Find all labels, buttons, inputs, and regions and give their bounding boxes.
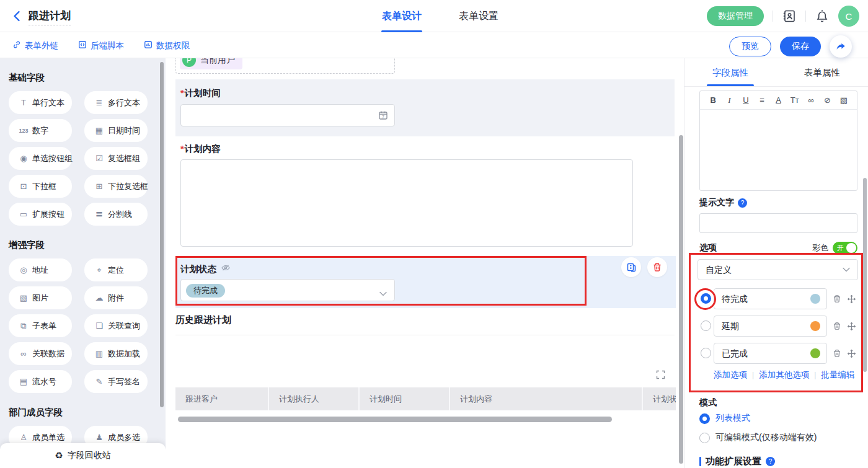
field-item-radio-group[interactable]: ◉单选按钮组 <box>9 147 72 170</box>
align-icon[interactable]: ≡ <box>754 95 770 105</box>
current-user-field[interactable]: P 当前用户 <box>175 58 395 74</box>
column-header: 跟进客户 <box>175 387 269 410</box>
field-item-related-data[interactable]: ∞关联数据 <box>9 342 72 365</box>
option-color-dot[interactable] <box>810 348 820 358</box>
option-source-select[interactable]: 自定义 <box>698 259 858 280</box>
field-item-serial-number[interactable]: ▤流水号 <box>9 370 72 393</box>
option-input[interactable]: 延期 <box>714 316 827 337</box>
data-manage-button[interactable]: 数据管理 <box>707 6 764 26</box>
option-input[interactable]: 待完成 <box>714 288 827 309</box>
option-radio[interactable] <box>701 348 711 358</box>
italic-icon[interactable]: I <box>721 95 737 105</box>
option-radio-selected[interactable] <box>701 293 711 304</box>
field-item-number[interactable]: 123数字 <box>9 119 72 142</box>
plan-time-input[interactable]: 7 <box>180 104 395 126</box>
field-item-related-query[interactable]: ❏关联查询 <box>84 314 148 337</box>
drag-move-icon[interactable] <box>847 294 856 306</box>
expand-icon[interactable] <box>656 370 665 382</box>
mode-option-list[interactable]: 列表模式 <box>699 413 750 424</box>
delete-option-icon[interactable] <box>833 294 841 306</box>
plan-status-field[interactable]: 计划状态 待完成 <box>175 256 676 308</box>
sidebar-scrollbar[interactable] <box>160 62 164 407</box>
add-option-link[interactable]: 添加选项 <box>714 369 747 381</box>
user-avatar[interactable]: C <box>838 6 859 27</box>
font-size-icon[interactable]: Tᴛ <box>787 95 803 105</box>
contact-book-icon[interactable] <box>782 9 797 24</box>
field-recycle-bin[interactable]: ♻ 字段回收站 <box>0 443 166 468</box>
svg-text:7: 7 <box>382 115 384 119</box>
subform-icon: ⧉ <box>17 321 30 331</box>
field-item-signature[interactable]: ✎手写签名 <box>84 370 148 393</box>
field-item-single-text[interactable]: T单行文本 <box>9 91 72 114</box>
delete-field-button[interactable] <box>647 257 667 277</box>
data-permission-link[interactable]: 数据权限 <box>144 40 190 51</box>
field-item-datetime[interactable]: ▦日期时间 <box>84 119 148 142</box>
form-title[interactable]: 跟进计划 <box>29 9 71 25</box>
insert-link-icon[interactable]: ∞ <box>803 95 819 105</box>
rich-text-editor[interactable]: B I U ≡ A Tᴛ ∞ ⊘ ▧ <box>699 91 857 191</box>
field-item-attachment[interactable]: ☁附件 <box>84 286 148 309</box>
tab-field-properties[interactable]: 字段属性 <box>684 58 776 86</box>
copy-field-button[interactable] <box>621 257 641 277</box>
panel-scrollbar[interactable] <box>863 178 867 372</box>
drag-move-icon[interactable] <box>847 322 856 333</box>
hint-text-input[interactable] <box>699 213 857 233</box>
horizontal-scrollbar[interactable] <box>178 417 612 422</box>
cloud-upload-icon: ☁ <box>93 293 105 302</box>
section-title-member: 部门成员字段 <box>9 407 166 418</box>
option-color-dot[interactable] <box>810 321 820 331</box>
bold-icon[interactable]: B <box>705 95 721 105</box>
underline-icon[interactable]: U <box>738 95 754 105</box>
color-toggle[interactable]: 开 <box>833 242 857 254</box>
field-item-checkbox-group[interactable]: ☑复选框组 <box>84 147 148 170</box>
add-other-option-link[interactable]: 添加其他选项 <box>759 369 809 381</box>
field-item-dropdown[interactable]: ⊡下拉框 <box>9 175 72 198</box>
delete-option-icon[interactable] <box>833 349 841 360</box>
form-canvas: P 当前用户 *计划时间 7 *计划内容 计划状态 待完成 <box>166 58 684 468</box>
current-user-chip: P 当前用户 <box>180 58 242 69</box>
mode-option-editable[interactable]: 可编辑模式(仅移动端有效) <box>699 432 817 443</box>
plan-time-field[interactable]: *计划时间 7 <box>175 79 675 136</box>
preview-button[interactable]: 预览 <box>729 37 771 56</box>
font-color-icon[interactable]: A <box>770 95 786 105</box>
form-external-link[interactable]: 表单外链 <box>12 40 58 51</box>
field-item-data-load[interactable]: ▥数据加载 <box>84 342 148 365</box>
calendar-icon: 7 <box>378 110 388 123</box>
main-tabs: 表单设计 表单设置 <box>347 0 533 32</box>
field-item-subform[interactable]: ⧉子表单 <box>9 314 72 337</box>
help-icon[interactable]: ? <box>738 198 747 208</box>
tab-form-properties[interactable]: 表单属性 <box>776 58 868 86</box>
field-item-image[interactable]: ▧图片 <box>9 286 72 309</box>
options-label: 选项 <box>699 242 717 254</box>
column-header: 计划状态 <box>643 387 676 410</box>
tab-form-design[interactable]: 表单设计 <box>382 0 422 32</box>
plan-content-textarea[interactable] <box>180 159 633 247</box>
insert-image-icon[interactable]: ▧ <box>836 95 852 105</box>
canvas-scrollbar[interactable] <box>679 135 683 464</box>
field-item-address[interactable]: ◎地址 <box>9 258 72 281</box>
drag-move-icon[interactable] <box>847 349 856 361</box>
mode-radio[interactable] <box>699 433 710 443</box>
batch-edit-link[interactable]: 批量编辑 <box>821 369 854 381</box>
help-icon[interactable]: ? <box>766 457 775 466</box>
notification-bell-icon[interactable] <box>815 9 830 24</box>
field-item-location[interactable]: ⌖定位 <box>84 258 148 281</box>
backend-script-link[interactable]: 后端脚本 <box>78 40 124 51</box>
option-radio[interactable] <box>701 320 711 331</box>
mode-radio-selected[interactable] <box>699 413 710 424</box>
option-row: 延期 <box>684 316 868 337</box>
back-icon[interactable] <box>10 9 25 24</box>
option-color-dot[interactable] <box>810 294 820 304</box>
save-button[interactable]: 保存 <box>780 37 821 56</box>
field-item-divider[interactable]: 〓分割线 <box>84 203 148 226</box>
field-item-extend-button[interactable]: ▭扩展按钮 <box>9 203 72 226</box>
tab-form-settings[interactable]: 表单设置 <box>459 0 498 32</box>
field-item-multi-text[interactable]: ≣多行文本 <box>84 91 148 114</box>
field-item-dropdown-multi[interactable]: ⊞下拉复选框 <box>84 175 148 198</box>
radio-icon: ◉ <box>17 154 30 163</box>
option-input[interactable]: 已完成 <box>714 343 827 364</box>
delete-option-icon[interactable] <box>833 322 841 333</box>
remove-link-icon[interactable]: ⊘ <box>819 95 835 105</box>
share-button[interactable] <box>830 35 852 58</box>
plan-status-select[interactable]: 待完成 <box>180 279 395 301</box>
